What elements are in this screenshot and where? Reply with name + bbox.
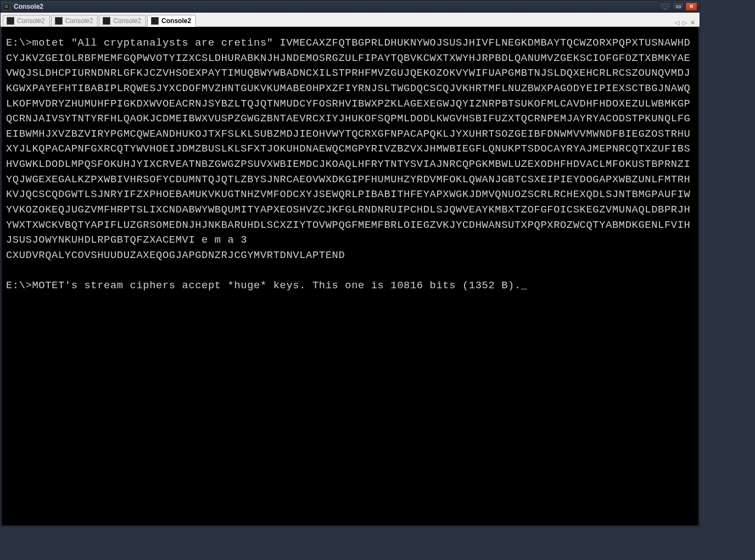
console-icon xyxy=(151,17,159,25)
tab-next-button[interactable]: ▷ xyxy=(683,19,687,26)
tab-console-3[interactable]: Console2 xyxy=(99,15,146,26)
tab-label: Console2 xyxy=(65,17,93,25)
tab-label: Console2 xyxy=(161,17,191,25)
terminal-output-1: E:\>motet "All cryptanalysts are cretins… xyxy=(6,36,695,248)
prompt-text: E:\>MOTET's stream ciphers accept *huge*… xyxy=(6,279,521,292)
cursor: _ xyxy=(521,278,528,294)
app-icon: C xyxy=(3,3,10,10)
tab-console-2[interactable]: Console2 xyxy=(51,15,98,26)
terminal-prompt-line: E:\>MOTET's stream ciphers accept *huge*… xyxy=(6,278,695,294)
console-icon xyxy=(103,17,110,25)
window-title: Console2 xyxy=(14,3,659,10)
terminal-area[interactable]: E:\>motet "All cryptanalysts are cretins… xyxy=(1,27,700,527)
tab-console-4[interactable]: Console2 xyxy=(147,15,196,27)
close-button[interactable]: ✕ xyxy=(685,2,697,11)
tab-label: Console2 xyxy=(113,17,141,25)
tab-nav: ◁ ▷ ✕ xyxy=(675,19,697,26)
tab-console-1[interactable]: Console2 xyxy=(3,15,50,26)
title-bar[interactable]: C Console2 _ ▭ ✕ xyxy=(1,1,700,13)
minimize-button[interactable]: _ xyxy=(659,2,671,11)
tab-close-button[interactable]: ✕ xyxy=(690,19,695,26)
console-icon xyxy=(55,17,63,25)
console-icon xyxy=(7,17,14,25)
blank-line xyxy=(6,263,695,278)
window-controls: _ ▭ ✕ xyxy=(659,2,697,11)
tab-strip: Console2 Console2 Console2 Console2 ◁ ▷ … xyxy=(1,13,700,27)
terminal-output-2: CXUDVRQALYCOVSHUUDUZAXEQOGJAPGDNZRJCGYMV… xyxy=(6,248,695,264)
tab-label: Console2 xyxy=(17,17,45,25)
maximize-button[interactable]: ▭ xyxy=(672,2,684,11)
app-window: C Console2 _ ▭ ✕ Console2 Console2 Conso… xyxy=(0,0,700,527)
tab-prev-button[interactable]: ◁ xyxy=(675,19,679,26)
